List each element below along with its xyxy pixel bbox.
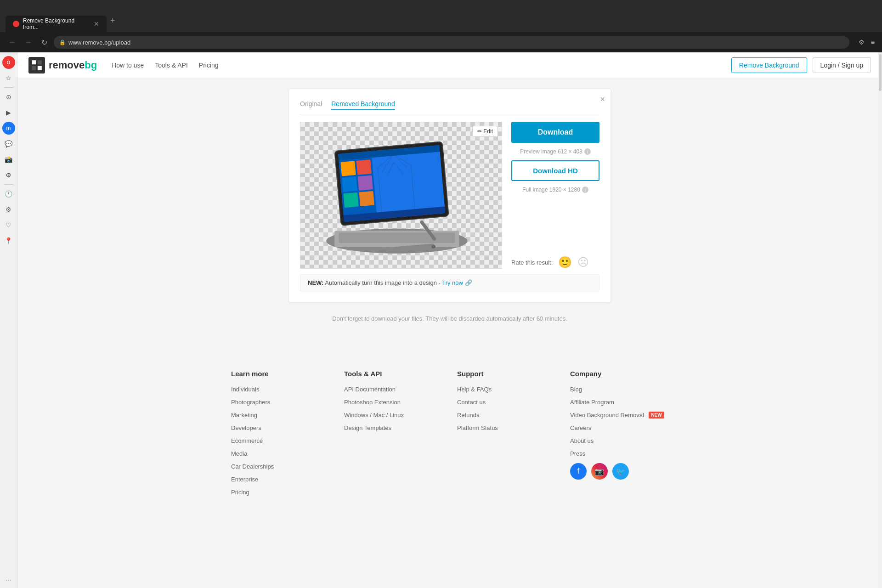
close-button[interactable]: × (600, 95, 605, 104)
list-item: Photoshop Extension (344, 398, 442, 406)
clock-icon[interactable]: 🕐 (2, 187, 15, 200)
play-icon[interactable]: ▶ (2, 106, 15, 119)
footer-link-photoshop[interactable]: Photoshop Extension (344, 399, 401, 406)
laptop-image (300, 122, 502, 268)
list-item: Press (570, 449, 668, 458)
pin-icon[interactable]: 📍 (2, 234, 15, 247)
list-item: Refunds (457, 411, 555, 419)
footer-link-enterprise[interactable]: Enterprise (231, 476, 258, 483)
tab-original[interactable]: Original (300, 100, 322, 110)
back-button[interactable]: ← (6, 36, 18, 48)
svg-rect-4 (38, 66, 42, 70)
list-item: Careers (570, 424, 668, 432)
history-icon[interactable]: ⊙ (2, 90, 15, 103)
list-item: Individuals (231, 385, 329, 393)
settings-icon[interactable]: ⚙ (2, 169, 15, 181)
external-link-icon: 🔗 (465, 279, 472, 286)
browser-nav: ← → ↻ 🔒 www.remove.bg/upload ⚙ ≡ (0, 32, 882, 52)
scrollbar[interactable] (878, 52, 882, 588)
footer-link-blog[interactable]: Blog (570, 386, 582, 393)
result-wrapper: × Original Removed Background (289, 89, 611, 328)
svg-rect-12 (342, 177, 357, 192)
menu-button[interactable]: ≡ (869, 37, 876, 48)
nav-how-to-use[interactable]: How to use (112, 62, 144, 69)
logo-text: removebg (49, 59, 97, 71)
reload-button[interactable]: ↻ (39, 36, 50, 49)
preview-info-icon[interactable]: i (584, 148, 591, 155)
svg-rect-23 (339, 232, 455, 243)
footer-inner: Learn more Individuals Photographers Mar… (220, 370, 679, 501)
footer-link-developers[interactable]: Developers (231, 424, 261, 431)
footer-link-ecommerce[interactable]: Ecommerce (231, 437, 263, 444)
try-now-link[interactable]: Try now (442, 279, 463, 286)
tab-title: Remove Background from... (23, 17, 90, 30)
footer-link-photographers[interactable]: Photographers (231, 399, 270, 406)
nav-tools-api[interactable]: Tools & API (155, 62, 188, 69)
footer-link-platform-status[interactable]: Platform Status (457, 424, 498, 431)
footer-link-media[interactable]: Media (231, 450, 247, 457)
more-options[interactable]: ··· (6, 576, 11, 584)
list-item: Marketing (231, 411, 329, 419)
footer-tools-api: Tools & API API Documentation Photoshop … (344, 370, 442, 501)
footer-company-heading: Company (570, 370, 668, 378)
footer-link-video-bg[interactable]: Video Background Removal (570, 412, 644, 418)
facebook-button[interactable]: f (570, 463, 587, 480)
instagram-button[interactable]: 📷 (591, 463, 608, 480)
active-tab[interactable]: Remove Background from... ✕ (6, 16, 107, 32)
whatsapp-icon[interactable]: 💬 (2, 137, 15, 150)
footer-link-careers[interactable]: Careers (570, 424, 591, 431)
opera-icon[interactable]: O (2, 56, 15, 69)
remove-background-button[interactable]: Remove Background (731, 57, 807, 73)
thumbs-up-button[interactable]: 🙂 (558, 256, 572, 269)
footer-link-help[interactable]: Help & FAQs (457, 386, 492, 393)
content-area: × Original Removed Background (17, 78, 882, 339)
footer-link-contact[interactable]: Contact us (457, 399, 486, 406)
footer-link-press[interactable]: Press (570, 450, 585, 457)
heart-icon[interactable]: ♡ (2, 219, 15, 232)
forward-button[interactable]: → (22, 36, 35, 48)
svg-rect-1 (32, 60, 36, 64)
footer-link-pricing[interactable]: Pricing (231, 489, 249, 496)
scrollbar-thumb[interactable] (879, 54, 882, 91)
twitter-button[interactable]: 🐦 (612, 463, 629, 480)
nav-pricing[interactable]: Pricing (199, 62, 219, 69)
logo[interactable]: removebg (28, 57, 97, 74)
footer-link-individuals[interactable]: Individuals (231, 386, 259, 393)
login-button[interactable]: Login / Sign up (813, 57, 871, 73)
tab-close-button[interactable]: ✕ (94, 20, 99, 28)
tab-removed-background[interactable]: Removed Background (331, 100, 395, 110)
list-item: Platform Status (457, 424, 555, 432)
list-item: Developers (231, 424, 329, 432)
address-bar[interactable]: 🔒 www.remove.bg/upload (54, 36, 849, 49)
messenger-icon[interactable]: m (2, 122, 15, 135)
download-hd-button[interactable]: Download HD (511, 160, 599, 181)
gear-icon[interactable]: ⚙ (2, 203, 15, 216)
edit-button[interactable]: ✏ Edit (472, 126, 498, 137)
extensions-button[interactable]: ⚙ (857, 37, 866, 48)
svg-rect-16 (359, 191, 374, 206)
footer-link-about[interactable]: About us (570, 437, 594, 444)
footer-link-api-docs[interactable]: API Documentation (344, 386, 396, 393)
footer-link-marketing[interactable]: Marketing (231, 412, 257, 418)
footer-link-affiliate[interactable]: Affiliate Program (570, 399, 614, 406)
rate-section: Rate this result: 🙂 ☹ (511, 249, 599, 269)
list-item: Windows / Mac / Linux (344, 411, 442, 419)
result-card: × Original Removed Background (289, 89, 611, 302)
thumbs-down-button[interactable]: ☹ (577, 256, 589, 269)
new-tab-button[interactable]: + (107, 16, 119, 26)
footer-support-heading: Support (457, 370, 555, 378)
download-button[interactable]: Download (511, 122, 599, 143)
instagram-icon[interactable]: 📸 (2, 153, 15, 166)
list-item: Affiliate Program (570, 398, 668, 406)
right-panel: Download Preview image 612 × 408 i Downl… (511, 122, 599, 269)
bookmark-icon[interactable]: ☆ (2, 72, 15, 85)
site-nav: removebg How to use Tools & API Pricing … (17, 52, 882, 78)
footer-link-car-dealerships[interactable]: Car Dealerships (231, 463, 274, 470)
footer-company: Company Blog Affiliate Program Video Bac… (570, 370, 668, 501)
footer-link-refunds[interactable]: Refunds (457, 412, 479, 418)
footer-link-design-templates[interactable]: Design Templates (344, 424, 391, 431)
footer-link-windows-mac[interactable]: Windows / Mac / Linux (344, 412, 404, 418)
list-item: Pricing (231, 488, 329, 496)
list-item: Blog (570, 385, 668, 393)
hd-info-icon[interactable]: i (582, 187, 588, 193)
